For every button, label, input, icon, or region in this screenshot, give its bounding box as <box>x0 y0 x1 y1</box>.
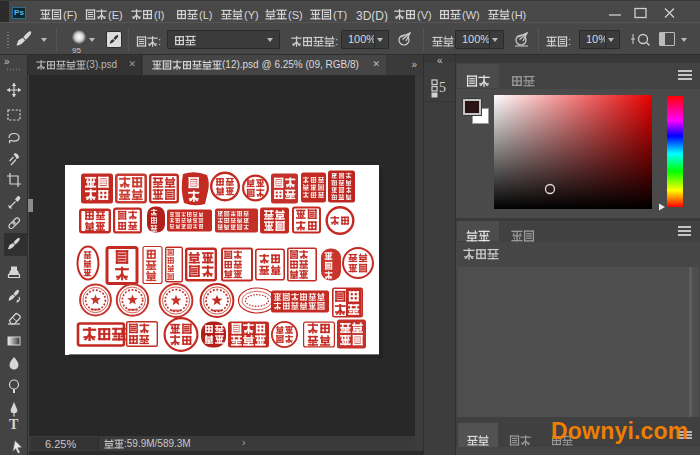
svg-text:5: 5 <box>439 80 446 95</box>
